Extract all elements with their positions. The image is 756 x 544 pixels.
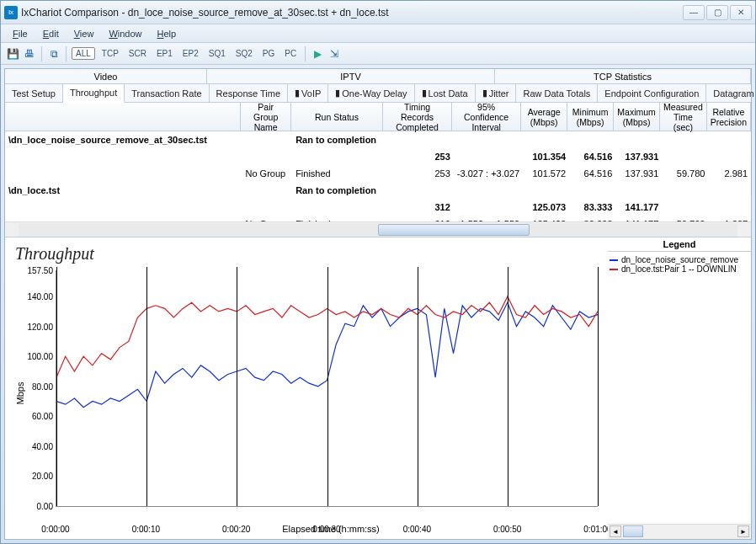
col-measured[interactable]: Measured Time (sec) (660, 103, 707, 131)
minimize-button[interactable]: — (683, 5, 705, 20)
chart-panel: Throughput Mbps 0.0020.0040.0060.0080.00… (5, 237, 608, 539)
scroll-right-icon[interactable]: ► (737, 525, 749, 537)
legend-body: dn_loce_noise_source_remove dn_loce.tst:… (608, 252, 751, 524)
export-icon[interactable]: ⇲ (327, 47, 341, 61)
menu-window[interactable]: Window (102, 27, 148, 40)
legend-title: Legend (608, 237, 751, 252)
table-row[interactable]: 253101.35464.516137.931 (5, 148, 751, 165)
filter-all[interactable]: ALL (72, 47, 95, 60)
col-confidence[interactable]: 95% Confidence Interval (452, 103, 521, 131)
menu-help[interactable]: Help (151, 27, 184, 40)
tab-row: Test Setup Throughput Transaction Rate R… (5, 84, 751, 103)
tab-raw-data-totals[interactable]: Raw Data Totals (516, 84, 598, 102)
scroll-left-icon[interactable]: ◄ (610, 525, 621, 537)
table-row[interactable]: No GroupFinished312-1.552 : +1.552125.42… (5, 216, 751, 221)
col-name[interactable] (5, 103, 241, 131)
chart-area: Throughput Mbps 0.0020.0040.0060.0080.00… (5, 237, 751, 539)
col-min[interactable]: Minimum (Mbps) (567, 103, 614, 131)
content-area: Video IPTV TCP Statistics Test Setup Thr… (4, 68, 752, 540)
cat-video: Video (5, 69, 207, 83)
tab-one-way-delay[interactable]: ▮One-Way Delay (328, 84, 414, 102)
filter-scr[interactable]: SCR (125, 47, 150, 60)
filter-pc[interactable]: PC (281, 47, 300, 60)
tab-datagram[interactable]: Datagram (706, 84, 756, 102)
toolbar-sep (66, 46, 67, 61)
col-pair-group[interactable]: Pair Group Name (241, 103, 291, 131)
tab-transaction-rate[interactable]: Transaction Rate (125, 84, 209, 102)
tab-test-setup[interactable]: Test Setup (5, 84, 63, 102)
menu-edit[interactable]: Edit (36, 27, 66, 40)
tab-endpoint-config[interactable]: Endpoint Configuration (598, 84, 706, 102)
x-ticks: 0:00:000:00:100:00:200:00:300:00:400:00:… (56, 510, 598, 522)
tab-throughput[interactable]: Throughput (63, 84, 125, 103)
chart-title: Throughput (15, 244, 606, 264)
legend-panel: Legend dn_loce_noise_source_remove dn_lo… (608, 237, 751, 539)
tab-lost-data[interactable]: ▮Lost Data (415, 84, 476, 102)
filter-sq2[interactable]: SQ2 (232, 47, 256, 60)
col-relprec[interactable]: Relative Precision (707, 103, 751, 131)
menu-file[interactable]: File (6, 27, 35, 40)
category-row: Video IPTV TCP Statistics (5, 69, 751, 84)
menubar: File Edit View Window Help (1, 24, 755, 43)
legend-swatch-icon (610, 269, 618, 270)
legend-item[interactable]: dn_loce.tst:Pair 1 -- DOWNLIN (610, 264, 749, 274)
col-timing[interactable]: Timing Records Completed (383, 103, 452, 131)
toolbar: 💾 🖶 ⧉ ALL TCP SCR EP1 EP2 SQ1 SQ2 PG PC … (1, 43, 755, 65)
chart-plot: Mbps 0.0020.0040.0060.0080.00100.00120.0… (56, 270, 598, 507)
filter-sq1[interactable]: SQ1 (205, 47, 229, 60)
toolbar-sep (41, 46, 42, 61)
copy-icon[interactable]: ⧉ (47, 47, 61, 61)
app-window: Ix IxChariot Comparison - dn_loce_noise_… (0, 0, 756, 544)
cat-iptv: IPTV (207, 69, 495, 83)
table-row[interactable]: \dn_loce_noise_source_remove_at_30sec.ts… (5, 131, 751, 148)
toolbar-sep (305, 46, 306, 61)
tab-response-time[interactable]: Response Time (210, 84, 288, 102)
col-max[interactable]: Maximum (Mbps) (614, 103, 660, 131)
scroll-thumb[interactable] (378, 224, 530, 236)
legend-scrollbar[interactable]: ◄ ► (608, 524, 751, 539)
app-icon: Ix (4, 6, 18, 19)
legend-swatch-icon (610, 259, 618, 261)
col-avg[interactable]: Average (Mbps) (521, 103, 567, 131)
filter-pg[interactable]: PG (259, 47, 278, 60)
tab-voip[interactable]: ▮VoIP (288, 84, 328, 102)
save-icon[interactable]: 💾 (6, 47, 19, 61)
table-row[interactable]: \dn_loce.tstRan to completion (5, 182, 751, 199)
close-button[interactable]: ✕ (730, 5, 752, 20)
menu-view[interactable]: View (67, 27, 101, 40)
cat-tcpstats: TCP Statistics (495, 69, 751, 83)
titlebar: Ix IxChariot Comparison - dn_loce_noise_… (1, 1, 755, 24)
table-header: Pair Group Name Run Status Timing Record… (5, 103, 751, 131)
table-row[interactable]: No GroupFinished253-3.027 : +3.027101.57… (5, 165, 751, 182)
print-icon[interactable]: 🖶 (23, 47, 36, 61)
window-title: IxChariot Comparison - dn_loce_noise_sou… (21, 7, 683, 19)
run-icon[interactable]: ▶ (311, 47, 324, 61)
scroll-thumb[interactable] (623, 525, 643, 537)
horizontal-scrollbar[interactable] (5, 221, 751, 237)
tab-jitter[interactable]: ▮Jitter (476, 84, 517, 102)
col-run-status[interactable]: Run Status (291, 103, 383, 131)
filter-tcp[interactable]: TCP (98, 47, 122, 60)
filter-ep1[interactable]: EP1 (153, 47, 176, 60)
table-row[interactable]: 312125.07383.333141.177 (5, 199, 751, 216)
maximize-button[interactable]: ▢ (706, 5, 728, 20)
legend-item[interactable]: dn_loce_noise_source_remove (610, 255, 749, 264)
filter-ep2[interactable]: EP2 (179, 47, 202, 60)
table-body: \dn_loce_noise_source_remove_at_30sec.ts… (5, 131, 751, 221)
results-table: Pair Group Name Run Status Timing Record… (5, 103, 751, 237)
